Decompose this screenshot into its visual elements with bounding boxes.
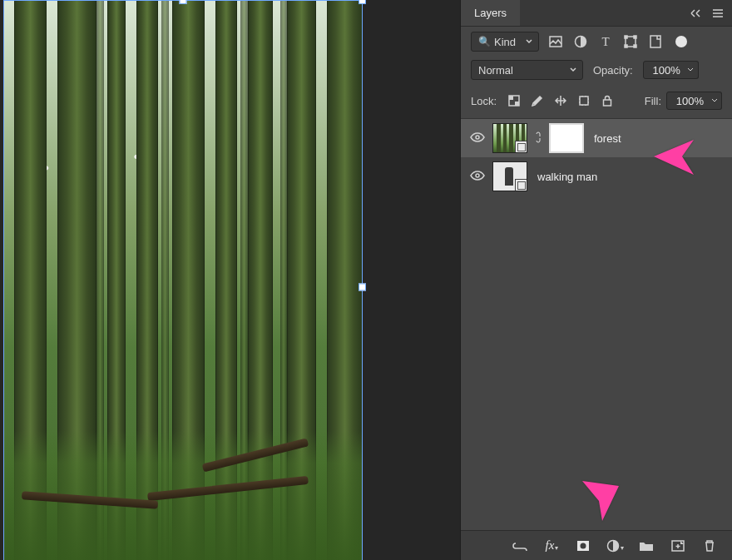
canvas-area[interactable] <box>0 0 460 560</box>
svg-rect-11 <box>580 97 588 105</box>
smart-object-badge <box>515 179 527 191</box>
annotation-arrow-top <box>654 140 694 177</box>
lock-pixels-icon[interactable] <box>530 93 545 108</box>
tab-layers[interactable]: Layers <box>461 0 520 26</box>
svg-rect-6 <box>634 45 636 47</box>
lock-all-icon[interactable] <box>600 93 615 108</box>
filter-kind-dropdown[interactable]: 🔍 Kind <box>471 32 539 52</box>
svg-point-16 <box>581 543 586 548</box>
fill-label: Fill: <box>645 95 661 107</box>
lock-position-icon[interactable] <box>553 93 568 108</box>
lock-transparent-icon[interactable] <box>507 93 522 108</box>
fill-chevron[interactable] <box>707 92 722 110</box>
panel-header: Layers <box>461 0 732 27</box>
panel-footer: fx▾ ▾ <box>461 530 732 560</box>
opacity-label: Opacity: <box>593 64 633 77</box>
chevron-down-icon <box>569 64 577 77</box>
adjustment-layer-icon[interactable]: ▾ <box>606 537 624 555</box>
layer-filter-row: 🔍 Kind T <box>461 27 732 57</box>
filter-pixel-icon[interactable] <box>547 33 564 50</box>
blend-row: Normal Opacity: 100% <box>461 57 732 87</box>
new-layer-icon[interactable] <box>669 537 687 555</box>
filter-toggle[interactable] <box>675 36 687 47</box>
layer-thumbnail[interactable] <box>492 161 527 191</box>
document-canvas[interactable] <box>3 0 363 560</box>
lock-artboard-icon[interactable] <box>576 93 591 108</box>
blend-mode-dropdown[interactable]: Normal <box>471 60 583 80</box>
trash-icon[interactable] <box>700 537 719 555</box>
svg-point-14 <box>476 174 479 177</box>
svg-rect-12 <box>604 100 611 106</box>
filter-shape-icon[interactable] <box>622 33 639 50</box>
link-layers-icon[interactable] <box>511 537 529 555</box>
blend-mode-value: Normal <box>478 64 513 77</box>
annotation-arrow-bottom <box>582 481 619 523</box>
layer-list[interactable]: forest walking man <box>461 119 732 530</box>
lock-row: Lock: Fill: 100% <box>461 87 732 119</box>
svg-rect-5 <box>625 45 627 47</box>
layer-name[interactable]: forest <box>591 132 621 145</box>
layer-mask-thumbnail[interactable] <box>549 123 584 153</box>
fill-value[interactable]: 100% <box>666 92 710 110</box>
svg-rect-7 <box>650 36 660 47</box>
search-icon: 🔍 <box>478 36 491 47</box>
app-root: Layers 🔍 Kind T <box>0 0 732 560</box>
filter-smart-icon[interactable] <box>647 33 664 50</box>
filter-adjustment-icon[interactable] <box>572 33 589 50</box>
group-icon[interactable] <box>637 537 655 555</box>
opacity-value[interactable]: 100% <box>643 61 686 79</box>
fx-icon[interactable]: fx▾ <box>542 537 561 555</box>
svg-point-13 <box>476 136 479 139</box>
visibility-toggle[interactable] <box>469 132 486 145</box>
filter-type-buttons: T <box>547 33 687 50</box>
layers-panel: Layers 🔍 Kind T <box>460 0 732 560</box>
link-mask-icon[interactable] <box>534 130 542 147</box>
opacity-chevron[interactable] <box>684 61 699 79</box>
svg-rect-4 <box>634 36 636 38</box>
layer-name[interactable]: walking man <box>534 171 597 183</box>
smart-object-badge <box>515 141 527 153</box>
lock-label: Lock: <box>471 95 497 107</box>
filter-kind-label: Kind <box>494 36 516 48</box>
svg-rect-3 <box>625 36 627 38</box>
panel-menu-icon[interactable] <box>709 4 727 22</box>
layer-thumbnail[interactable] <box>492 123 527 153</box>
visibility-toggle[interactable] <box>469 171 486 183</box>
add-mask-icon[interactable] <box>574 537 592 555</box>
collapse-icon[interactable] <box>687 4 705 22</box>
filter-type-icon[interactable]: T <box>597 33 614 50</box>
chevron-down-icon <box>525 36 533 48</box>
